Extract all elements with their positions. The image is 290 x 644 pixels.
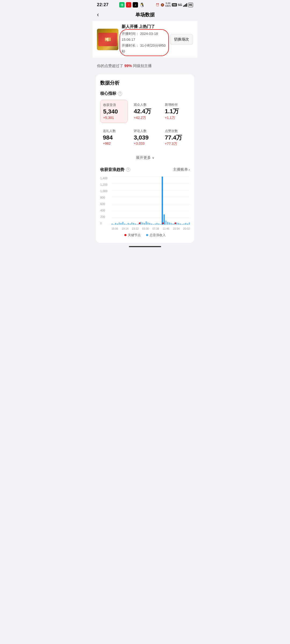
nav-bar: ‹ 单场数据 [93, 9, 197, 21]
metric-value: 984 [103, 134, 125, 141]
metric-value: 3,039 [134, 134, 156, 141]
chart-bar [113, 224, 115, 225]
chart-bar [162, 177, 163, 225]
chart-bar [176, 222, 177, 225]
legend-item: 关键节点 [124, 233, 141, 237]
metric-delta: +5,301 [103, 116, 125, 120]
y-label: 400 [100, 209, 110, 212]
chart-bar [126, 224, 127, 225]
chart-section-title: 收获音浪趋势 ? [100, 167, 130, 172]
chart-bar [187, 224, 188, 225]
chart-bar [129, 224, 131, 225]
like-percentage: 99% [124, 64, 132, 68]
metric-item: 点赞次数 77.4万 +77.3万 [162, 126, 190, 149]
broadcast-meta: 开播时间： 2024-03-18 15:06:17 开播时长： 31小时20分钟… [122, 31, 167, 54]
metric-label: 送礼人数 [103, 129, 125, 133]
battery-indicator: 86 [188, 3, 193, 7]
chart-bar [185, 223, 186, 225]
like-banner-suffix: 同级别主播 [133, 64, 152, 68]
chart-bar [117, 224, 118, 225]
chart-bar [137, 224, 138, 225]
metric-label: 评论人数 [134, 129, 156, 133]
page-title: 单场数据 [135, 12, 155, 18]
analytics-card: 数据分析 核心指标 ? 收获音浪 5,340 +5,301 观众人数 42.4万… [96, 74, 194, 243]
chart-bar [165, 221, 167, 225]
broadcast-card: 💴 新人开播 上热门了 开播时间： 2024-03-18 15:06:17 开播… [93, 21, 197, 58]
chart-bar [151, 224, 152, 225]
x-label: 11:46 [163, 227, 169, 230]
chart-bar [172, 224, 174, 225]
metric-item: 新增粉丝 1.1万 +1.1万 [162, 100, 190, 123]
metric-item: 观众人数 42.4万 +42.2万 [131, 100, 159, 123]
chart-bar [178, 223, 179, 225]
chart-bar [133, 223, 134, 225]
broadcast-info: 新人开播 上热门了 开播时间： 2024-03-18 15:06:17 开播时长… [122, 24, 167, 54]
core-metrics-section-title: 核心指标 ? [100, 91, 190, 96]
chart-y-labels: 1,4001,2001,0008006004002000 [100, 177, 110, 225]
chart-bar [120, 223, 122, 225]
chart-bar [182, 224, 183, 225]
chart-bar [160, 224, 161, 225]
back-button[interactable]: ‹ [97, 11, 99, 18]
metric-value: 77.4万 [165, 134, 187, 141]
chart-header: 收获音浪趋势 ? 主播账单 › [100, 167, 190, 172]
chart-help-icon[interactable]: ? [126, 167, 130, 172]
x-label: 07:38 [153, 227, 159, 230]
chart-bar [131, 222, 133, 225]
mute-icon: 🔕 [161, 3, 164, 7]
y-label: 1,000 [100, 189, 110, 193]
x-label: 23:22 [132, 227, 139, 230]
metric-value: 5,340 [103, 108, 125, 115]
status-icons: 微 i ♪ 🐧 [119, 2, 145, 8]
metric-delta: +982 [103, 141, 125, 145]
expand-more-button[interactable]: 展开更多 ∨ [100, 153, 190, 163]
metric-label: 收获音浪 [103, 103, 125, 107]
metrics-grid: 收获音浪 5,340 +5,301 观众人数 42.4万 +42.2万 新增粉丝… [100, 100, 190, 149]
legend-label: 总音浪收入 [150, 233, 166, 237]
y-label: 1,400 [100, 177, 110, 180]
chart-bar [149, 223, 150, 225]
metric-delta: +3,033 [134, 141, 156, 145]
y-label: 800 [100, 196, 110, 199]
metric-item: 评论人数 3,039 +3,033 [131, 126, 159, 149]
metric-delta: +77.3万 [165, 141, 187, 146]
chart-bar [124, 224, 125, 225]
broadcast-thumbnail: 💴 [97, 29, 118, 50]
legend-dot [124, 234, 126, 236]
legend-label: 关键节点 [128, 233, 141, 237]
x-label: 15:06 [111, 227, 118, 230]
x-label: 15:54 [173, 227, 180, 230]
like-banner-prefix: 你的点赞超过了 [97, 64, 123, 68]
analytics-card-title: 数据分析 [100, 80, 190, 86]
home-indicator [129, 246, 161, 247]
duration-row: 开播时长： 31小时20分钟50秒 [122, 43, 167, 54]
start-time-label: 开播时间： [122, 32, 139, 36]
status-right: ⏰ 🔕 5.00 KB/S HD 5G 86 [156, 2, 193, 8]
chart-container: 1,4001,2001,0008006004002000 15:0619:142… [100, 177, 190, 230]
status-bar: 22:27 微 i ♪ 🐧 ⏰ 🔕 5.00 KB/S HD 5G 86 [93, 0, 197, 9]
y-label: 600 [100, 202, 110, 206]
chart-bar [158, 224, 160, 225]
signal-bars [183, 3, 187, 7]
chart-bar [115, 223, 116, 225]
status-time: 22:27 [97, 2, 108, 7]
switch-session-button[interactable]: 切换场次 [170, 34, 193, 45]
chart-x-labels: 15:0619:1423:2203:3007:3811:4615:5420:02 [111, 227, 190, 230]
chart-section: 收获音浪趋势 ? 主播账单 › 1,4001,2001,000800600400… [100, 167, 190, 237]
y-label: 0 [100, 222, 110, 225]
duration-label: 开播时长： [122, 43, 139, 47]
chart-bar [180, 224, 181, 225]
thumbnail-image: 💴 [98, 33, 117, 46]
chart-bar [189, 222, 190, 225]
chart-bar [128, 223, 129, 225]
chart-legend: 关键节点总音浪收入 [100, 233, 190, 237]
alarm-icon: ⏰ [156, 3, 160, 7]
metric-label: 新增粉丝 [165, 103, 187, 107]
chart-bar [147, 222, 149, 225]
broadcaster-account-link[interactable]: 主播账单 › [173, 167, 190, 172]
help-icon[interactable]: ? [118, 92, 122, 96]
metric-item: 收获音浪 5,340 +5,301 [100, 100, 128, 123]
chart-key-node-dot [162, 222, 164, 224]
chart-bar [169, 222, 170, 225]
y-label: 1,200 [100, 183, 110, 186]
